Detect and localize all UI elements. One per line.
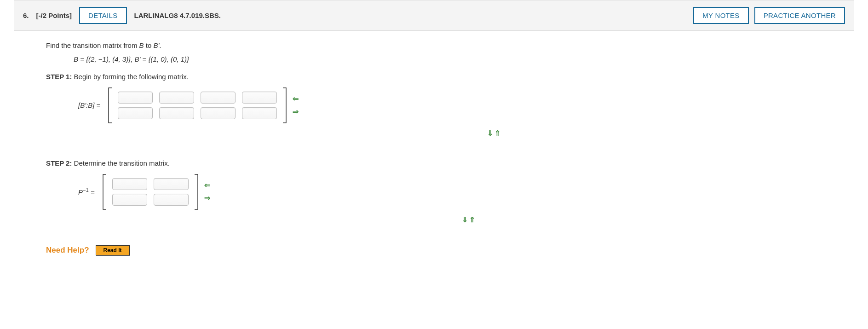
matrix1-r1c4[interactable]	[242, 92, 277, 104]
details-button[interactable]: DETAILS	[79, 7, 127, 24]
matrix2-r1c2[interactable]	[154, 178, 189, 190]
step2-text: Determine the transition matrix.	[72, 159, 170, 167]
matrix2-P: P	[78, 188, 83, 196]
spacer	[46, 139, 822, 158]
matrix1-block: [B':B] =	[78, 87, 822, 124]
matrix1-r1c1[interactable]	[118, 92, 153, 104]
matrix1-Bprime: B'	[80, 101, 86, 109]
question-number: 6.	[23, 12, 29, 19]
step2-row: STEP 2: Determine the transition matrix.	[46, 158, 822, 169]
matrix1-r1c2[interactable]	[159, 92, 194, 104]
resize-vert-icon[interactable]: ⇓ ⇑	[115, 214, 822, 226]
header-right: MY NOTES PRACTICE ANOTHER	[693, 7, 845, 24]
rb-eq: ] =	[92, 101, 100, 109]
prompt-segment: Find the transition matrix from	[46, 41, 139, 49]
matrix1-r2c3[interactable]	[201, 107, 236, 119]
matrix2-cells	[111, 176, 190, 208]
arrow-left-icon: ⇐	[204, 179, 210, 191]
matrix1-cells	[117, 90, 278, 121]
matrix1-r2c1[interactable]	[118, 107, 153, 119]
question-body: Find the transition matrix from B to B'.…	[14, 40, 854, 266]
read-it-button[interactable]: Read It	[96, 245, 130, 255]
arrow-right-icon: ⇒	[204, 192, 210, 204]
step1-label: STEP 1:	[46, 73, 72, 81]
table-row	[112, 194, 189, 206]
basis-equation: B = {(2, −1), (4, 3)}, B' = {(1, 0), (0,…	[74, 54, 822, 65]
matrix2-exp: −1	[83, 187, 89, 193]
question-header: 6. [-/2 Points] DETAILS LARLINALG8 4.7.0…	[14, 0, 854, 31]
points-label: [-/2 Points]	[36, 12, 72, 19]
table-row	[118, 107, 277, 119]
help-row: Need Help? Read It	[46, 244, 822, 256]
right-bracket-icon	[282, 87, 287, 124]
my-notes-button[interactable]: MY NOTES	[693, 7, 748, 24]
arrow-down-icon: ⇓	[462, 214, 468, 226]
prompt-text: Find the transition matrix from B to B'.	[46, 40, 822, 51]
matrix2-block: P−1 = ⇐ ⇒	[78, 173, 822, 210]
matrix1-B: B	[88, 101, 92, 109]
matrix1-r1c3[interactable]	[201, 92, 236, 104]
arrow-left-icon: ⇐	[293, 93, 299, 105]
prompt-segment: .	[159, 41, 161, 49]
arrow-up-icon: ⇑	[469, 214, 475, 226]
matrix1-r2c2[interactable]	[159, 107, 194, 119]
table-row	[118, 92, 277, 104]
prompt-Bprime: B'	[153, 41, 159, 49]
matrix1-label: [B':B] =	[78, 100, 100, 111]
page-wrapper: 6. [-/2 Points] DETAILS LARLINALG8 4.7.0…	[0, 0, 868, 266]
header-left: 6. [-/2 Points] DETAILS LARLINALG8 4.7.0…	[23, 7, 221, 24]
left-bracket-icon	[108, 87, 112, 124]
matrix2-label: P−1 =	[78, 186, 95, 198]
arrow-down-icon: ⇓	[487, 127, 493, 139]
resize-vert-icon[interactable]: ⇓ ⇑	[166, 127, 822, 139]
resize-horiz-icon[interactable]: ⇐ ⇒	[293, 93, 299, 117]
prompt-segment: to	[144, 41, 154, 49]
matrix2-r1c1[interactable]	[112, 178, 147, 190]
left-bracket-icon	[102, 173, 107, 210]
resize-horiz-icon[interactable]: ⇐ ⇒	[204, 179, 210, 204]
step1-row: STEP 1: Begin by forming the following m…	[46, 71, 822, 82]
matrix2-r2c1[interactable]	[112, 194, 147, 206]
matrix2-eq: =	[89, 188, 95, 196]
practice-another-button[interactable]: PRACTICE ANOTHER	[754, 7, 845, 24]
arrow-up-icon: ⇑	[494, 127, 500, 139]
question-reference: LARLINALG8 4.7.019.SBS.	[134, 12, 221, 19]
right-bracket-icon	[194, 173, 199, 210]
prompt-B: B	[139, 41, 144, 49]
matrix1-r2c4[interactable]	[242, 107, 277, 119]
table-row	[112, 178, 189, 190]
step1-text: Begin by forming the following matrix.	[72, 73, 188, 81]
need-help-label: Need Help?	[46, 244, 89, 256]
arrow-right-icon: ⇒	[293, 106, 299, 118]
matrix2-r2c2[interactable]	[154, 194, 189, 206]
step2-label: STEP 2:	[46, 159, 72, 167]
